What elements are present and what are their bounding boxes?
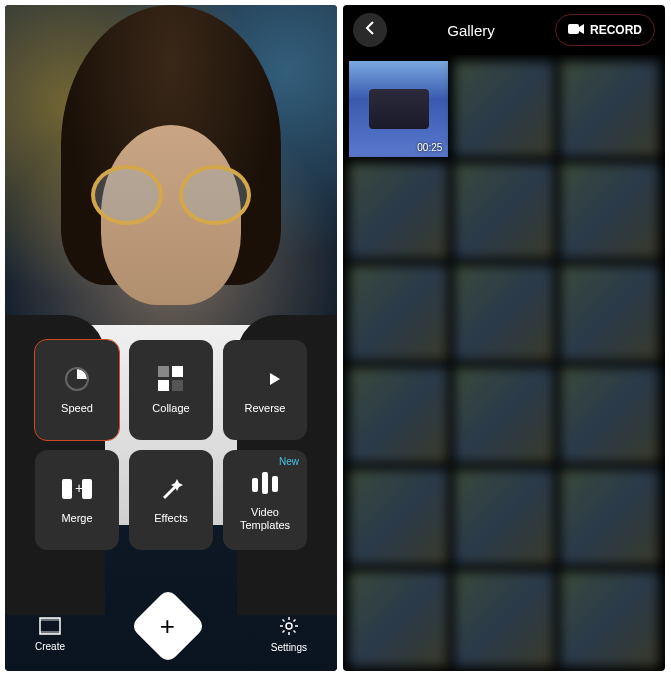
gallery-item[interactable] xyxy=(454,469,553,565)
plus-icon: + xyxy=(160,611,175,642)
tool-speed[interactable]: Speed xyxy=(35,340,119,440)
svg-text:+: + xyxy=(75,480,83,496)
nav-label: Settings xyxy=(271,642,307,653)
svg-rect-8 xyxy=(252,478,258,492)
tool-label: Video Templates xyxy=(240,506,290,532)
tool-label: Reverse xyxy=(245,402,286,415)
svg-point-14 xyxy=(286,623,292,629)
gallery-item[interactable] xyxy=(560,571,659,667)
gallery-item-selected[interactable]: 00:25 xyxy=(349,61,448,157)
collage-icon xyxy=(156,364,186,394)
gallery-item[interactable] xyxy=(560,163,659,259)
gallery-item[interactable] xyxy=(349,367,448,463)
gallery-item[interactable] xyxy=(560,61,659,157)
lens-right xyxy=(179,165,251,225)
filmstrip-icon xyxy=(39,617,61,637)
tool-merge[interactable]: + Merge xyxy=(35,450,119,550)
tool-label: Merge xyxy=(61,512,92,525)
gallery-item[interactable] xyxy=(454,163,553,259)
editor-home-panel: Speed Collage Reverse + Merge Effects xyxy=(5,5,337,671)
back-button[interactable] xyxy=(353,13,387,47)
record-label: RECORD xyxy=(590,23,642,37)
svg-rect-10 xyxy=(272,476,278,492)
nav-label: Create xyxy=(35,641,65,652)
gallery-item[interactable] xyxy=(349,571,448,667)
new-badge: New xyxy=(279,456,299,467)
hero-glasses xyxy=(91,165,251,225)
reverse-icon xyxy=(250,364,280,394)
tool-grid: Speed Collage Reverse + Merge Effects xyxy=(35,340,307,550)
tool-collage[interactable]: Collage xyxy=(129,340,213,440)
gallery-item[interactable] xyxy=(560,367,659,463)
tool-video-templates[interactable]: New Video Templates xyxy=(223,450,307,550)
gallery-item[interactable] xyxy=(560,469,659,565)
svg-rect-3 xyxy=(158,380,169,391)
gear-icon xyxy=(279,616,299,638)
tool-effects[interactable]: Effects xyxy=(129,450,213,550)
svg-rect-12 xyxy=(40,618,60,621)
effects-icon xyxy=(156,474,186,504)
bottom-nav: Create + Settings xyxy=(5,607,337,661)
tool-label: Collage xyxy=(152,402,189,415)
record-button[interactable]: RECORD xyxy=(555,14,655,46)
merge-icon: + xyxy=(62,474,92,504)
gallery-panel: Gallery RECORD 00:25 xyxy=(343,5,665,671)
nav-settings[interactable]: Settings xyxy=(271,616,307,653)
chevron-left-icon xyxy=(365,20,375,40)
nav-create[interactable]: Create xyxy=(35,617,65,652)
thumbnail-device xyxy=(369,89,429,129)
svg-rect-4 xyxy=(172,380,183,391)
svg-rect-13 xyxy=(40,631,60,634)
speed-icon xyxy=(62,364,92,394)
gallery-item[interactable] xyxy=(454,571,553,667)
gallery-item[interactable] xyxy=(454,265,553,361)
svg-rect-1 xyxy=(158,366,169,377)
gallery-header: Gallery RECORD xyxy=(343,5,665,55)
camera-icon xyxy=(568,21,584,39)
gallery-title: Gallery xyxy=(447,22,495,39)
svg-rect-7 xyxy=(82,479,92,499)
gallery-item[interactable] xyxy=(349,163,448,259)
tool-reverse[interactable]: Reverse xyxy=(223,340,307,440)
svg-rect-5 xyxy=(62,479,72,499)
video-duration: 00:25 xyxy=(417,142,442,153)
gallery-item[interactable] xyxy=(349,265,448,361)
tool-label: Speed xyxy=(61,402,93,415)
lens-left xyxy=(91,165,163,225)
gallery-item[interactable] xyxy=(349,469,448,565)
gallery-item[interactable] xyxy=(454,367,553,463)
gallery-item[interactable] xyxy=(560,265,659,361)
svg-rect-15 xyxy=(568,24,579,34)
tool-label: Effects xyxy=(154,512,187,525)
gallery-grid: 00:25 xyxy=(343,55,665,671)
svg-rect-2 xyxy=(172,366,183,377)
svg-rect-9 xyxy=(262,472,268,494)
gallery-item[interactable] xyxy=(454,61,553,157)
video-templates-icon xyxy=(250,468,280,498)
